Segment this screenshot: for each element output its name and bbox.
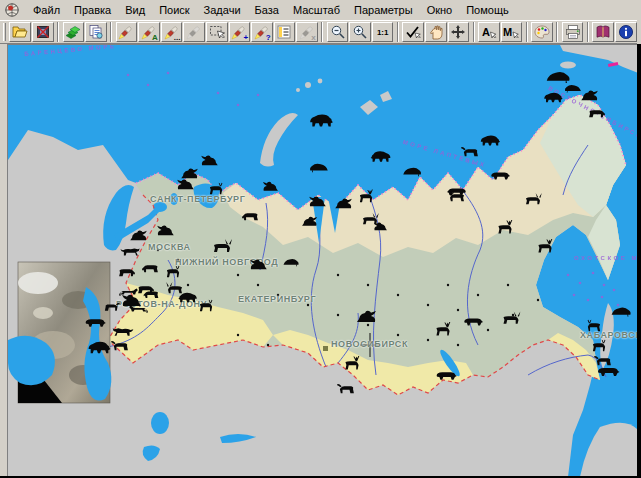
pan-hand-icon [428, 24, 444, 40]
deer-symbol [163, 264, 184, 278]
select-area-icon [209, 24, 225, 40]
elk-symbol [117, 264, 138, 278]
zoom-actual-button[interactable]: 1:1 [372, 22, 394, 42]
object-list-icon [276, 24, 292, 40]
sea-label: ОХОТСКОЕ МОРЕ [574, 255, 637, 261]
bird-symbol [334, 196, 355, 210]
toolbar-separator [526, 22, 528, 42]
menu-item-база[interactable]: База [248, 2, 286, 18]
goat-symbol [110, 338, 131, 352]
wolf-symbol [112, 324, 135, 339]
toolbar-separator [556, 22, 558, 42]
toolbar-separator [587, 22, 589, 42]
boar-symbol [84, 315, 107, 330]
bird-symbol [175, 177, 196, 191]
reindeer-symbol [356, 189, 377, 203]
city-label-москва: МОСКВА [148, 242, 191, 252]
walrus-symbol [402, 163, 423, 177]
reindeer-symbol [534, 239, 557, 254]
toolbar-separator [321, 22, 323, 42]
bird-symbol [307, 194, 328, 208]
bird-symbol [248, 257, 269, 271]
boar-symbol [463, 314, 484, 328]
toolbar-grip [3, 23, 6, 41]
text-a-tool-icon: A [481, 24, 497, 40]
search-add-button[interactable]: + [229, 22, 251, 42]
cat-symbol [119, 284, 140, 298]
city-label-санкт-петербург: САНКТ-ПЕТЕРБУРГ [150, 194, 245, 204]
map-properties-icon [35, 24, 51, 40]
bear-symbol [543, 90, 564, 104]
goat-symbol [103, 300, 122, 313]
pan-hand-button[interactable] [425, 22, 447, 42]
elk-symbol [141, 287, 161, 300]
menu-item-масштаб[interactable]: Масштаб [286, 2, 347, 18]
map-legend-button[interactable] [85, 22, 107, 42]
bird-symbol [129, 228, 150, 242]
layer-list-button[interactable] [63, 22, 85, 42]
about-button[interactable] [615, 22, 637, 42]
svg-text:M: M [503, 26, 512, 38]
city-label-екатеринбург: ЕКАТЕРИНБУРГ [238, 294, 316, 304]
globe-icon[interactable] [4, 2, 20, 18]
search-icon [118, 24, 134, 40]
reference-book-button[interactable] [592, 22, 614, 42]
toolbar-separator [397, 22, 399, 42]
search-continue-button[interactable] [183, 22, 205, 42]
walrus-symbol [309, 159, 330, 173]
search-cancel-button[interactable]: x [296, 22, 318, 42]
menu-item-помощь[interactable]: Помощь [459, 2, 516, 18]
menu-item-поиск[interactable]: Поиск [152, 2, 196, 18]
map-canvas[interactable]: БАРЕНЦЕВО МОРЕМОРЕ ЛАПТЕВЫХВОСТОЧНО-СИБИ… [7, 44, 637, 476]
object-list-button[interactable] [274, 22, 296, 42]
search-advanced-button[interactable]: ... [161, 22, 183, 42]
menu-item-вид[interactable]: Вид [118, 2, 152, 18]
text-m-tool-button[interactable]: M [501, 22, 523, 42]
search-query-button[interactable]: ? [251, 22, 273, 42]
walrus-symbol [282, 255, 300, 267]
zoom-out-button[interactable] [327, 22, 349, 42]
search-by-name-button[interactable]: A [138, 22, 160, 42]
select-object-icon [405, 24, 421, 40]
print-button[interactable] [562, 22, 584, 42]
svg-text:A: A [482, 26, 490, 38]
menu-item-окно[interactable]: Окно [420, 2, 460, 18]
select-object-button[interactable] [402, 22, 424, 42]
goat-symbol [336, 381, 357, 395]
walrus-symbol [610, 303, 633, 318]
text-a-tool-button[interactable]: A [478, 22, 500, 42]
layer-list-icon [65, 24, 81, 40]
deer-symbol [589, 338, 610, 352]
bird-symbol [355, 308, 379, 324]
zoom-ratio-label: 1:1 [377, 28, 389, 37]
boar-symbol [435, 368, 458, 383]
menu-bar: ФайлПравкаВидПоискЗадачиБазаМасштабПарам… [0, 0, 637, 21]
select-area-button[interactable] [206, 22, 228, 42]
open-map-icon [12, 24, 28, 40]
search-by-name-modifier: A [152, 34, 158, 42]
moose-symbol [360, 212, 381, 226]
search-button[interactable] [116, 22, 138, 42]
palette-button[interactable] [531, 22, 553, 42]
move-fragment-button[interactable] [448, 22, 470, 42]
palette-icon [534, 24, 550, 40]
window-edge-right [637, 44, 641, 478]
search-cancel-modifier: x [311, 34, 315, 42]
map-properties-button[interactable] [32, 22, 54, 42]
menu-item-параметры[interactable]: Параметры [347, 2, 420, 18]
menu-item-правка[interactable]: Правка [67, 2, 118, 18]
elk-symbol [140, 260, 161, 274]
search-query-modifier: ? [266, 34, 271, 42]
reindeer-symbol [494, 220, 517, 235]
moose-symbol [500, 311, 523, 326]
menu-item-задачи[interactable]: Задачи [197, 2, 248, 18]
open-map-button[interactable] [9, 22, 31, 42]
boar-symbol [490, 168, 511, 182]
menu-item-файл[interactable]: Файл [26, 2, 67, 18]
map-graphic [8, 45, 637, 476]
zoom-in-button[interactable] [349, 22, 371, 42]
city-label-новосибирск: НОВОСИБИРСК [331, 339, 408, 349]
elk-symbol [240, 208, 261, 222]
bear-symbol [479, 133, 501, 148]
bird-symbol [261, 180, 280, 193]
